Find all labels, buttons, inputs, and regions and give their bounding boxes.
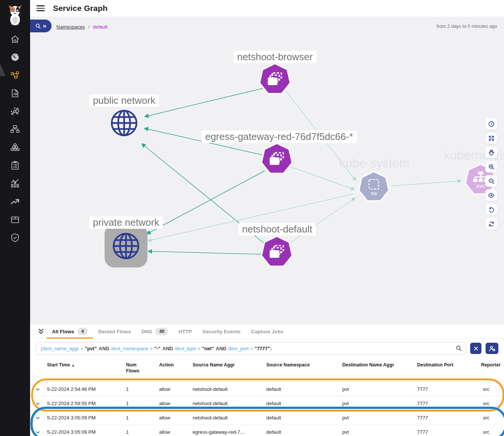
fit-screen-button[interactable] [485, 132, 497, 144]
time-range-label: from 2 days to 0 minutes ago [437, 24, 497, 29]
cell-reporter: src [481, 429, 498, 435]
table-row[interactable]: 5-22-2024 3:05:09 PM 1 allow netshoot-de… [30, 410, 504, 425]
zoom-out-button[interactable] [485, 175, 497, 187]
node-netshoot-browser[interactable] [258, 63, 291, 96]
node-public-network[interactable] [109, 108, 139, 139]
user-gear-icon [489, 345, 496, 352]
sidebar-item-dashboard[interactable] [0, 48, 30, 66]
cell-num-flows: 1 [126, 429, 159, 435]
column-header-source-namespace[interactable]: Source Namespace [266, 362, 342, 368]
row-expand-chevron[interactable] [36, 429, 47, 435]
node-private-network[interactable] [105, 225, 147, 267]
cell-source-namespace: default [266, 415, 342, 421]
refresh-icon [488, 221, 495, 227]
row-expand-chevron[interactable] [36, 386, 47, 392]
topology-icon [10, 125, 20, 134]
pan-button[interactable] [485, 146, 497, 158]
cell-source-namespace: default [266, 429, 342, 435]
service-graph-icon [10, 70, 20, 80]
hamburger-menu-icon[interactable] [36, 4, 45, 13]
visibility-button[interactable] [485, 189, 497, 201]
breadcrumb-namespaces-link[interactable]: Namespaces [56, 24, 85, 30]
column-header-start-time[interactable]: Start Time▲ [47, 362, 126, 368]
sidebar-item-service-graph[interactable] [0, 66, 30, 84]
tab-http[interactable]: HTTP [173, 324, 197, 339]
sidebar-item-security[interactable] [0, 229, 30, 247]
cell-source-namespace: default [266, 386, 342, 392]
tab-denied-flows[interactable]: Denied Flows [93, 324, 136, 339]
time-button[interactable] [485, 118, 497, 130]
tab-dns[interactable]: DNS 40 [136, 324, 173, 339]
column-header-num-flows[interactable]: Num Flows [126, 362, 159, 374]
graph-search-pill[interactable]: » [30, 20, 52, 32]
refresh-button[interactable] [485, 218, 497, 230]
node-badge-svc: svc [476, 183, 485, 189]
zoom-in-button[interactable] [485, 161, 497, 173]
close-icon [474, 346, 478, 351]
molecule-icon [10, 106, 20, 116]
search-icon[interactable] [456, 345, 462, 351]
query-value: "-" [154, 346, 161, 351]
cell-source-name: netshoot-default [193, 386, 266, 392]
tab-label: HTTP [179, 329, 192, 334]
tab-capture-jobs[interactable]: Capture Jobs [246, 324, 288, 339]
shield-check-icon [10, 233, 20, 243]
cell-source-name: netshoot-default [193, 415, 266, 421]
query-value: "7777" [255, 346, 270, 351]
cell-destination-port: 7777 [417, 415, 481, 421]
sidebar-item-home[interactable] [0, 30, 30, 48]
table-row[interactable]: 5-22-2024 2:59:55 PM 1 allow netshoot-de… [30, 396, 504, 410]
node-label-netshoot-default: netshoot-default [238, 223, 316, 235]
node-netshoot-default[interactable] [260, 235, 293, 269]
sidebar-item-policies[interactable] [0, 84, 30, 102]
cell-num-flows: 1 [126, 386, 159, 392]
cell-reporter: src [481, 415, 498, 421]
filter-query-input[interactable]: (dest_name_aggr="pvt"ANDdest_namespace="… [36, 342, 466, 355]
cell-num-flows: 1 [126, 401, 159, 406]
column-header-source-name-aggr[interactable]: Source Name Aggr [193, 362, 266, 368]
column-label: Source Name Aggr [193, 362, 235, 368]
sort-ascending-icon: ▲ [71, 363, 75, 367]
sidebar-item-statistics[interactable] [0, 175, 30, 193]
node-egress-gateway[interactable] [260, 143, 293, 176]
column-header-reporter[interactable]: Reporter [481, 362, 504, 368]
query-operator: = [150, 346, 153, 351]
page-title: Service Graph [53, 4, 108, 13]
column-header-destination-port[interactable]: Destination Port [417, 362, 481, 368]
service-graph-app: Service Graph » Namespaces / default fro… [0, 0, 504, 436]
row-expand-chevron[interactable] [36, 415, 47, 421]
cell-destination-name: pvt [342, 415, 417, 421]
sidebar-item-compliance[interactable] [0, 156, 30, 175]
zoom-in-icon [488, 164, 495, 170]
sidebar-item-connections[interactable] [0, 102, 30, 120]
sidebar-item-packages[interactable] [0, 211, 30, 229]
node-kube-system[interactable]: ns [358, 171, 390, 203]
query-value: "pvt" [85, 346, 97, 351]
dashboard-gauge-icon [10, 52, 20, 62]
table-row[interactable]: 5-22-2024 3:05:09 PM 1 allow egress-gate… [30, 425, 504, 436]
namespace-icon [367, 178, 381, 191]
tab-all-flows[interactable]: All Flows 4 [47, 324, 93, 339]
query-and: AND [99, 346, 109, 351]
cell-destination-port: 7777 [417, 401, 481, 406]
service-graph-canvas[interactable]: » Namespaces / default from 2 days to 0 … [30, 17, 504, 324]
table-row[interactable]: 5-22-2024 2:54:46 PM 1 allow netshoot-de… [30, 382, 504, 396]
row-expand-chevron[interactable] [36, 401, 47, 406]
package-box-icon [10, 215, 20, 225]
tab-security-events[interactable]: Security Events [197, 324, 246, 339]
column-header-destination-name-aggr[interactable]: Destination Name Aggr [342, 362, 417, 368]
clear-filter-button[interactable] [470, 343, 481, 354]
cell-source-name: netshoot-default [193, 401, 266, 406]
column-header-action[interactable]: Action [159, 362, 193, 368]
query-field: dest_namespace [111, 346, 149, 351]
column-settings-button[interactable] [486, 343, 498, 354]
undo-button[interactable] [485, 204, 497, 216]
cell-destination-name: pvt [342, 429, 417, 435]
query-and: AND [162, 346, 173, 351]
sidebar-item-network-topology[interactable] [0, 120, 30, 138]
calico-cat-logo[interactable] [6, 3, 24, 28]
sidebar-item-trends[interactable] [0, 193, 30, 211]
sidebar-item-cluster[interactable] [0, 138, 30, 156]
collapse-panel-button[interactable] [35, 324, 47, 339]
breadcrumb-separator: / [88, 24, 90, 30]
